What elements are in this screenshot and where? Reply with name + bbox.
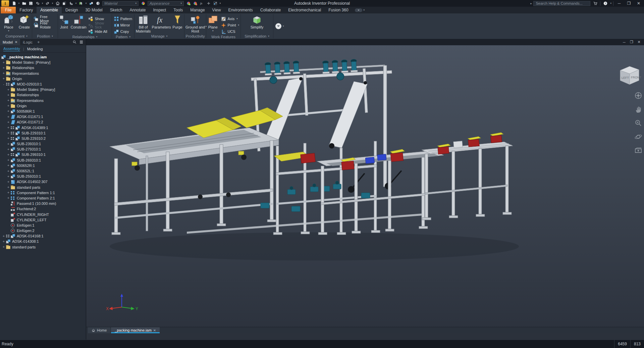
tree-item[interactable]: + 500586R:1 — [0, 109, 86, 114]
ribbon-tab[interactable]: Fusion 360 — [325, 7, 352, 13]
browser-tab-ilogic[interactable]: iLogic — [20, 39, 35, 45]
constrain-button[interactable]: Constrain — [70, 14, 87, 29]
panel-title-work-features[interactable]: Work Features — [206, 35, 240, 39]
ribbon-tab[interactable]: Collaborate — [257, 7, 284, 13]
render-sphere-icon[interactable] — [95, 0, 101, 6]
close-icon[interactable]: ✕ — [153, 329, 156, 332]
ribbon-collapse-button[interactable] — [275, 23, 281, 29]
component-boxes-icon[interactable] — [88, 0, 94, 6]
expander-icon[interactable]: + — [6, 93, 11, 97]
expander-icon[interactable]: + — [6, 175, 11, 178]
tree-item[interactable]: + SUB-229310:1 — [0, 130, 86, 136]
home-icon[interactable] — [54, 0, 61, 6]
appearance-adjust-icon[interactable] — [185, 0, 192, 6]
tree-item[interactable]: CYLINDER_LEFT — [0, 217, 86, 223]
panel-title-manage[interactable]: Manage▾ — [135, 34, 184, 39]
expander-icon[interactable]: + — [6, 169, 11, 173]
small-toolbar-icon[interactable] — [212, 0, 218, 6]
ucs-button[interactable]: UCS — [220, 28, 240, 35]
tree-item[interactable]: + ADSK-014502:307 — [0, 179, 86, 184]
panel-title-pattern[interactable]: Pattern▾ — [112, 35, 134, 39]
tree-item[interactable]: + Component Pattern 2:1 — [0, 195, 86, 201]
zoom-icon[interactable] — [634, 119, 642, 127]
expander-icon[interactable]: + — [6, 120, 11, 124]
free-rotate-button[interactable]: Free Rotate — [32, 22, 58, 28]
tree-item[interactable]: + SUB-239310:1 — [0, 141, 86, 147]
new-document-caret-icon[interactable]: ▾ — [17, 2, 20, 5]
help-caret-icon[interactable]: ▾ — [610, 2, 611, 5]
ribbon-overflow-caret-icon[interactable]: ▾ — [364, 9, 365, 11]
doc-close-button[interactable]: ✕ — [636, 40, 642, 44]
expander-icon[interactable]: + — [6, 148, 11, 151]
tree-item[interactable]: + SUB-299310:1 — [0, 152, 86, 157]
panel-title-component[interactable]: Component▾ — [1, 34, 32, 39]
ribbon-tab[interactable]: Assemble — [37, 7, 62, 13]
add-browser-tab-button[interactable]: + — [35, 40, 42, 45]
doc-minimize-button[interactable]: ─ — [621, 40, 628, 44]
expander-icon[interactable]: + — [6, 126, 11, 129]
ribbon-tab[interactable]: Environments — [224, 7, 256, 13]
appearance-clear-icon[interactable] — [192, 0, 198, 6]
undo-icon[interactable] — [34, 0, 41, 6]
tree-item[interactable]: Fluchtend:2 — [0, 206, 86, 212]
ribbon-overflow-icon[interactable] — [355, 8, 362, 12]
expander-icon[interactable]: + — [6, 131, 11, 135]
tree-item[interactable]: + SUB-269310:1 — [0, 158, 86, 163]
expander-icon[interactable]: + — [6, 104, 11, 108]
mode-tab-modeling[interactable]: Modeling — [27, 47, 43, 51]
panel-title-simplification[interactable]: Simplification▾ — [241, 34, 273, 39]
mirror-button[interactable]: Mirror — [113, 22, 133, 28]
axis-button[interactable]: Axis▾ — [220, 16, 240, 22]
appearance-combo[interactable]: Appearance▾ — [148, 1, 184, 6]
ribbon-tab[interactable]: 3D Model — [82, 7, 106, 13]
ribbon-tab[interactable]: Sketch — [106, 7, 126, 13]
tree-item[interactable]: Einfügen:1 — [0, 223, 86, 228]
tree-item[interactable]: + SUB-229310:2 — [0, 136, 86, 141]
hide-all-button[interactable]: Hide All — [87, 28, 112, 35]
document-tab-packing-machine[interactable]: _packing machine.iam ✕ — [111, 327, 160, 333]
tree-item[interactable]: + SUB-279310:1 — [0, 147, 86, 152]
close-icon[interactable]: ✕ — [15, 40, 17, 44]
new-document-icon[interactable] — [11, 0, 17, 6]
expander-icon[interactable]: + — [1, 61, 6, 64]
selection-filter-icon[interactable] — [78, 0, 84, 6]
plane-button[interactable]: Plane▾ — [206, 14, 219, 32]
purge-button[interactable]: Purge — [171, 14, 183, 29]
search-collapse-icon[interactable]: ▸ — [530, 2, 532, 5]
tree-item[interactable]: + Component Pattern 1:1 — [0, 190, 86, 195]
expander-icon[interactable]: + — [1, 240, 6, 243]
ribbon-tab[interactable]: Design — [62, 7, 82, 13]
pattern-button[interactable]: Pattern — [113, 16, 133, 22]
copy-properties-icon[interactable] — [61, 0, 67, 6]
home-tab[interactable]: Home — [88, 327, 110, 333]
tree-item[interactable]: + Origin — [0, 76, 86, 81]
tree-item[interactable]: Einfügen:2 — [0, 228, 86, 233]
joint-button[interactable]: Joint — [58, 14, 70, 29]
tree-item[interactable]: + standard parts — [0, 244, 86, 250]
help-search-input[interactable] — [533, 1, 590, 6]
point-button[interactable]: Point▾ — [220, 22, 240, 28]
tree-item[interactable]: + ADSK-014308:1 — [0, 239, 86, 244]
expander-icon[interactable]: + — [6, 109, 11, 113]
tree-item[interactable]: + Relationships — [0, 92, 86, 98]
ribbon-tab[interactable]: File — [1, 7, 16, 13]
tree-item[interactable]: + Representations — [0, 71, 86, 76]
copy-button[interactable]: Copy — [113, 28, 133, 35]
tree-item[interactable]: + Model States: [Primary] — [0, 87, 86, 92]
navigation-wheel-icon[interactable] — [634, 92, 642, 100]
material-combo[interactable]: Material▾ — [102, 1, 139, 6]
tree-item[interactable]: + ADSK-014168:1 — [0, 233, 86, 239]
ribbon-collapse-caret-icon[interactable]: ▾ — [283, 25, 284, 27]
place-button[interactable]: Place▾ — [1, 14, 16, 32]
tree-item[interactable]: CYLINDER_RIGHT — [0, 212, 86, 217]
bill-of-materials-button[interactable]: Bill of Materials — [135, 14, 151, 33]
quick-measure-icon[interactable] — [68, 0, 74, 6]
ribbon-tab[interactable]: Tools — [170, 7, 186, 13]
inventor-logo-icon[interactable]: I — [1, 0, 9, 6]
ribbon-tab[interactable]: Factory — [16, 7, 37, 13]
expander-icon[interactable]: + — [6, 196, 11, 200]
redo-caret-icon[interactable]: ▾ — [51, 2, 54, 5]
selection-caret-icon[interactable]: ▾ — [85, 2, 88, 5]
tree-item[interactable]: + ADSK-011671:2 — [0, 119, 86, 125]
undo-caret-icon[interactable]: ▾ — [41, 2, 44, 5]
